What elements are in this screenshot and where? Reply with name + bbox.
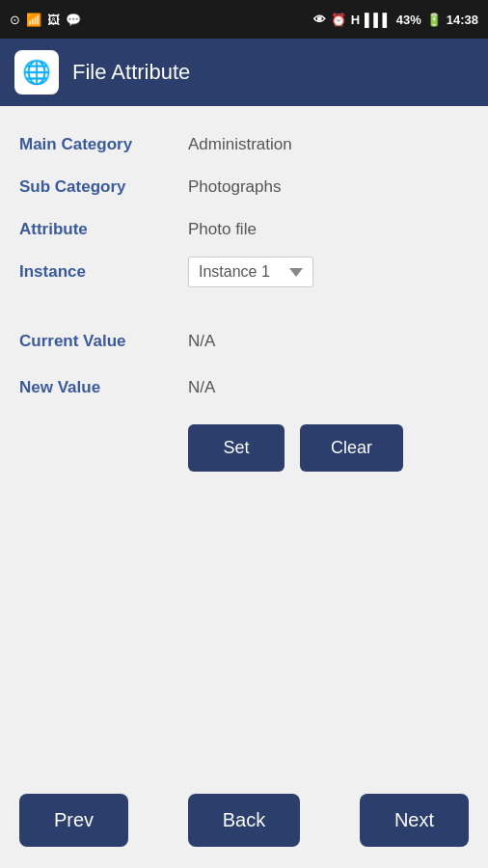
instance-dropdown[interactable]: Instance 1 [188, 257, 313, 287]
status-bar: ⊙ 📶 🖼 💬 👁 ⏰ H ▌▌▌ 43% 🔋 14:38 [0, 0, 488, 39]
status-right: 👁 ⏰ H ▌▌▌ 43% 🔋 14:38 [313, 13, 478, 27]
instance-label: Instance [19, 262, 188, 282]
status-icons: ⊙ 📶 🖼 💬 [10, 13, 81, 27]
message-icon: 💬 [66, 13, 81, 27]
wifi-icon: 📶 [26, 13, 41, 27]
bottom-nav: Prev Back Next [0, 781, 488, 868]
eye-icon: 👁 [313, 13, 326, 27]
app-icon: 🌐 [14, 50, 59, 95]
page-title: File Attribute [72, 60, 190, 85]
sub-category-label: Sub Category [19, 177, 188, 197]
sub-category-row: Sub Category Photographs [19, 168, 469, 206]
current-value-row: Current Value N/A [19, 320, 469, 363]
set-button[interactable]: Set [188, 424, 285, 472]
main-category-label: Main Category [19, 135, 188, 154]
globe-icon: 🌐 [22, 59, 51, 86]
sub-category-value: Photographs [188, 177, 281, 197]
current-value-label: Current Value [19, 332, 188, 351]
attribute-row: Attribute Photo file [19, 210, 469, 249]
title-bar: 🌐 File Attribute [0, 39, 488, 106]
attribute-value: Photo file [188, 220, 257, 239]
clear-button[interactable]: Clear [300, 424, 403, 472]
back-button[interactable]: Back [188, 794, 300, 847]
chevron-down-icon [289, 268, 303, 277]
image-icon: 🖼 [47, 13, 60, 27]
new-value-row: New Value N/A [19, 366, 469, 409]
action-buttons: Set Clear [188, 424, 469, 472]
new-value-text: N/A [188, 378, 215, 397]
main-content: Main Category Administration Sub Categor… [0, 106, 488, 472]
battery-icon: 🔋 [426, 13, 442, 27]
time-display: 14:38 [447, 13, 478, 27]
main-category-value: Administration [188, 135, 292, 154]
clock-icon: ⊙ [10, 13, 20, 27]
next-button[interactable]: Next [360, 794, 469, 847]
battery-percent: 43% [396, 13, 421, 27]
instance-row: Instance Instance 1 [19, 253, 469, 291]
h-icon: H [351, 13, 360, 27]
prev-button[interactable]: Prev [19, 794, 128, 847]
alarm-icon: ⏰ [331, 13, 346, 27]
new-value-label: New Value [19, 378, 188, 397]
signal-icon: ▌▌▌ [365, 13, 392, 27]
current-value-text: N/A [188, 332, 215, 351]
instance-selected-value: Instance 1 [199, 263, 282, 281]
attribute-label: Attribute [19, 220, 188, 239]
main-category-row: Main Category Administration [19, 125, 469, 164]
